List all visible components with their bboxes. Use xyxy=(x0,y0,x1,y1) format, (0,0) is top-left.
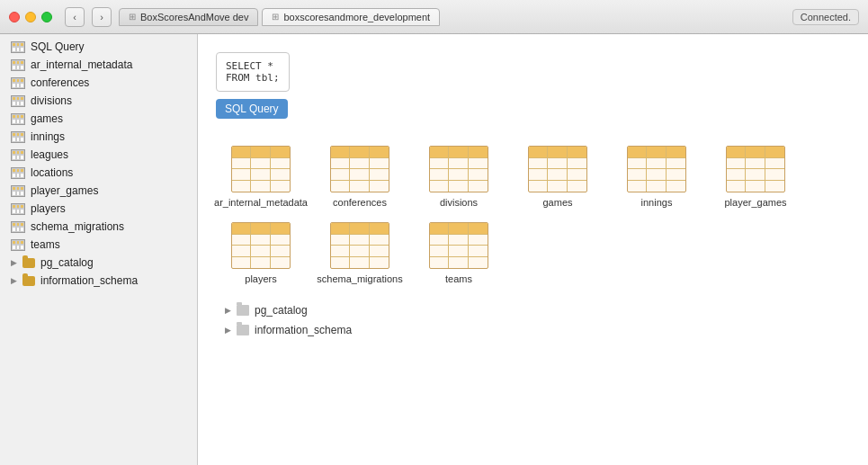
db-cell xyxy=(727,169,746,181)
sidebar-item-teams[interactable]: teams xyxy=(0,236,197,254)
content-folders: ▶ pg_catalog ▶ information_schema xyxy=(216,293,850,347)
maximize-button[interactable] xyxy=(41,12,52,22)
main-area: SQL Query ar_internal_metadata conferenc… xyxy=(0,34,868,465)
back-button[interactable]: ‹ xyxy=(65,7,85,27)
db-cell xyxy=(548,169,567,181)
db-cell xyxy=(667,158,685,170)
db-cell xyxy=(568,147,586,158)
sidebar-item-ar_internal_metadata[interactable]: ar_internal_metadata xyxy=(0,56,197,74)
db-cell xyxy=(647,158,666,170)
sidebar-item-player_games[interactable]: player_games xyxy=(0,182,197,200)
sidebar-sql-query-label: SQL Query xyxy=(31,40,85,53)
db-cell xyxy=(271,235,290,246)
sidebar-item-label: players xyxy=(31,202,66,215)
db-cell xyxy=(430,223,449,235)
db-cell xyxy=(568,158,586,170)
sidebar-item-conferences[interactable]: conferences xyxy=(0,74,197,92)
content-folder-information_schema[interactable]: ▶ information_schema xyxy=(225,320,841,340)
tab-boxscoresandmore-development[interactable]: ⊞ boxscoresandmore_development xyxy=(262,8,440,26)
db-cell xyxy=(746,181,765,192)
db-cell xyxy=(350,235,369,246)
table-card-label: conferences xyxy=(333,197,387,208)
sidebar-folder-pg_catalog[interactable]: ▶ pg_catalog xyxy=(0,254,197,272)
db-cell xyxy=(469,147,488,158)
table-icon xyxy=(11,149,25,161)
db-cell xyxy=(251,169,270,181)
db-table-icon xyxy=(429,146,488,192)
db-cell xyxy=(746,169,765,181)
table-icon xyxy=(11,131,25,143)
table-card-teams[interactable]: teams xyxy=(423,222,495,284)
db-cell xyxy=(647,147,666,158)
table-icon xyxy=(11,77,25,89)
db-table-icon xyxy=(627,146,686,192)
sql-query-button[interactable]: SQL Query xyxy=(216,99,288,119)
sidebar-item-label: games xyxy=(31,112,63,125)
sidebar-item-players[interactable]: players xyxy=(0,200,197,218)
sidebar-item-label: locations xyxy=(31,166,73,179)
db-cell xyxy=(350,158,369,170)
sidebar-item-schema_migrations[interactable]: schema_migrations xyxy=(0,218,197,236)
table-card-schema_migrations[interactable]: schema_migrations xyxy=(324,222,396,284)
db-cell xyxy=(331,169,350,181)
chevron-right-icon: ▶ xyxy=(11,276,17,285)
table-card-label: innings xyxy=(641,197,673,208)
db-cell xyxy=(232,169,251,181)
sidebar-item-divisions[interactable]: divisions xyxy=(0,92,197,110)
table-card-player_games[interactable]: player_games xyxy=(720,146,792,208)
close-button[interactable] xyxy=(9,12,20,22)
connection-status: Connected. xyxy=(792,9,859,25)
chevron-right-icon: ▶ xyxy=(225,306,231,315)
sidebar-item-leagues[interactable]: leagues xyxy=(0,146,197,164)
table-icon xyxy=(11,59,25,71)
table-card-games[interactable]: games xyxy=(522,146,594,208)
db-cell xyxy=(370,223,389,235)
db-cell xyxy=(251,257,270,269)
tab-boxscoresandmove-dev[interactable]: ⊞ BoxScoresAndMove dev xyxy=(119,8,258,26)
db-cell xyxy=(271,169,290,181)
db-cell xyxy=(350,223,369,235)
db-cell xyxy=(232,181,251,192)
table-card-divisions[interactable]: divisions xyxy=(423,146,495,208)
db-cell xyxy=(667,169,685,181)
minimize-button[interactable] xyxy=(25,12,36,22)
db-cell xyxy=(251,147,270,158)
table-card-conferences[interactable]: conferences xyxy=(324,146,396,208)
sidebar-item-sql-query[interactable]: SQL Query xyxy=(0,38,197,56)
forward-button[interactable]: › xyxy=(92,7,112,27)
db-cell xyxy=(370,257,389,269)
db-cell xyxy=(667,147,685,158)
db-cell xyxy=(449,181,468,192)
db-cell xyxy=(746,147,765,158)
sql-query-card[interactable]: SELECT * FROM tbl; xyxy=(216,52,290,92)
sidebar-item-label: schema_migrations xyxy=(31,220,124,233)
sidebar-folder-information_schema[interactable]: ▶ information_schema xyxy=(0,272,197,290)
db-cell xyxy=(628,147,647,158)
sidebar-item-innings[interactable]: innings xyxy=(0,128,197,146)
db-cell xyxy=(430,181,449,192)
db-cell xyxy=(529,169,548,181)
content-folder-pg_catalog[interactable]: ▶ pg_catalog xyxy=(225,300,841,320)
table-card-innings[interactable]: innings xyxy=(621,146,693,208)
db-cell xyxy=(370,158,389,170)
db-cell xyxy=(350,169,369,181)
db-cell xyxy=(430,257,449,269)
db-cell xyxy=(430,158,449,170)
db-cell xyxy=(251,223,270,235)
db-cell xyxy=(251,181,270,192)
db-cell xyxy=(331,246,350,257)
table-card-ar_internal_metadata[interactable]: ar_internal_metadata xyxy=(225,146,297,208)
tab2-label: boxscoresandmore_development xyxy=(283,12,430,22)
sidebar-item-games[interactable]: games xyxy=(0,110,197,128)
titlebar: ‹ › ⊞ BoxScoresAndMove dev ⊞ boxscoresan… xyxy=(0,0,868,34)
db-cell xyxy=(232,223,251,235)
db-cell xyxy=(331,223,350,235)
folder-icon xyxy=(22,276,35,286)
sidebar-item-locations[interactable]: locations xyxy=(0,164,197,182)
db-cell xyxy=(370,169,389,181)
db-cell xyxy=(469,181,488,192)
db-cell xyxy=(430,169,449,181)
table-card-players[interactable]: players xyxy=(225,222,297,284)
db-cell xyxy=(251,246,270,257)
sidebar-folders: ▶ pg_catalog ▶ information_schema xyxy=(0,254,197,290)
